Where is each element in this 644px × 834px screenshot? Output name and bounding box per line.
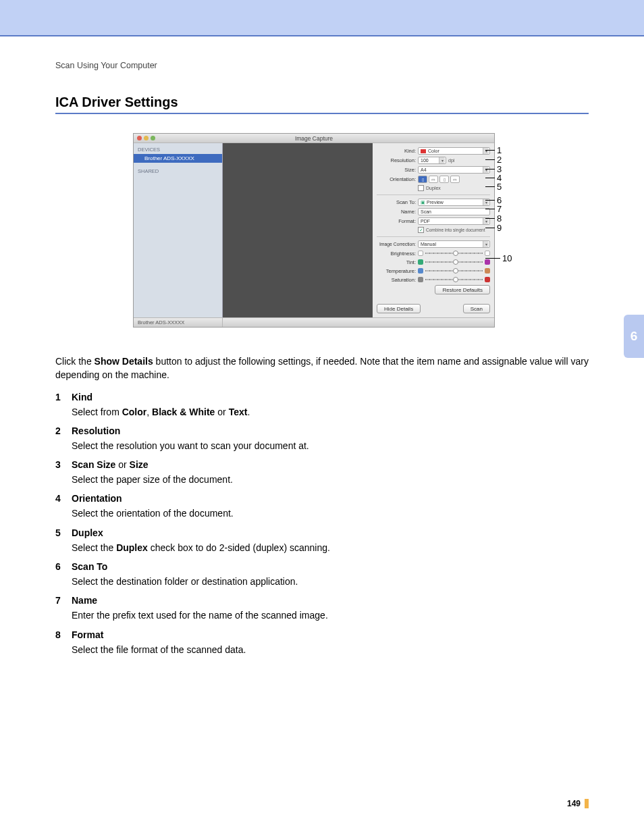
breadcrumb: Scan Using Your Computer: [55, 61, 589, 70]
saturation-label: Saturation:: [377, 277, 416, 283]
callout-10: 10: [502, 253, 512, 263]
item-number: 2: [55, 425, 65, 436]
name-label: Name:: [377, 209, 416, 215]
kind-label: Kind:: [377, 148, 416, 154]
combine-label: Combine into single document: [426, 228, 485, 232]
orientation-flip-v-button: ▯: [439, 176, 449, 183]
item-body: Select the file format of the scanned da…: [72, 643, 589, 656]
item-body: Select the orientation of the document.: [72, 506, 589, 520]
item-number: 5: [55, 527, 65, 538]
item-heading: Orientation: [72, 493, 122, 504]
duplex-checkbox: [418, 185, 424, 191]
format-select: PDF▾: [418, 217, 490, 225]
item-heading: Kind: [72, 392, 92, 402]
scan-to-label: Scan To:: [377, 199, 416, 205]
saturation-slider: [418, 276, 490, 283]
temperature-slider: [418, 267, 490, 274]
callout-1: 1: [497, 145, 502, 155]
image-correction-select: Manual▾: [418, 240, 490, 248]
page-title: ICA Driver Settings: [55, 95, 589, 110]
intro-paragraph: Click the Show Details button to adjust …: [55, 355, 589, 382]
duplex-label: Duplex: [426, 186, 441, 190]
item-body: Enter the prefix text used for the name …: [72, 608, 589, 622]
color-swatch-icon: [421, 149, 426, 153]
preview-area: [223, 143, 373, 317]
item-heading: Format: [72, 629, 103, 640]
brightness-label: Brightness:: [377, 251, 416, 257]
screenshot-figure: Image Capture DEVICES Brother ADS-XXXXX …: [133, 133, 511, 328]
orientation-label: Orientation:: [377, 176, 416, 182]
item-body: Select the destination folder or destina…: [72, 575, 589, 588]
scan-button: Scan: [463, 304, 490, 313]
title-rule: [55, 113, 589, 114]
item-number: 8: [55, 629, 65, 640]
hide-details-button: Hide Details: [377, 304, 421, 313]
item-body: Select the Duplex check box to do 2-side…: [72, 541, 589, 554]
sidebar-shared-header: SHARED: [134, 167, 222, 176]
item-body: Select from Color, Black & White or Text…: [72, 405, 589, 419]
image-correction-label: Image Correction:: [377, 242, 416, 246]
page-number: 149: [567, 799, 581, 808]
item-number: 1: [55, 392, 65, 402]
callout-5: 5: [497, 182, 502, 192]
item-number: 3: [55, 459, 65, 470]
format-label: Format:: [377, 218, 416, 224]
sidebar-devices-header: DEVICES: [134, 145, 222, 154]
tint-label: Tint:: [377, 259, 416, 265]
callout-7: 7: [497, 204, 502, 214]
resolution-label: Resolution:: [377, 157, 416, 163]
resolution-select: 100▾: [418, 157, 446, 164]
temperature-label: Temperature:: [377, 268, 416, 274]
name-input: Scan: [418, 208, 490, 215]
resolution-unit: dpi: [448, 158, 454, 163]
orientation-landscape-button: ▭: [429, 176, 438, 183]
tint-slider: [418, 259, 490, 265]
item-body: Select the resolution you want to scan y…: [72, 439, 589, 452]
item-heading: Scan To: [72, 561, 107, 572]
item-number: 7: [55, 595, 65, 606]
kind-select: Color▾: [418, 147, 490, 155]
restore-defaults-button: Restore Defaults: [435, 285, 490, 294]
callout-8: 8: [497, 213, 502, 224]
sidebar-device-item: Brother ADS-XXXXX: [134, 154, 222, 163]
callout-9: 9: [497, 223, 502, 233]
orientation-portrait-button: ▯: [418, 176, 427, 183]
item-heading: Scan Size or Size: [72, 459, 149, 470]
page-marker-icon: [585, 799, 589, 808]
size-label: Size:: [377, 167, 416, 173]
scan-to-select: ▣Preview▾: [418, 199, 490, 206]
item-heading: Duplex: [72, 527, 103, 538]
item-heading: Resolution: [72, 425, 120, 436]
orientation-flip-h-button: ▭: [450, 176, 460, 183]
page-footer: 149: [567, 799, 589, 808]
item-number: 4: [55, 493, 65, 504]
size-select: A4▾: [418, 166, 490, 174]
top-banner: [0, 0, 644, 35]
item-heading: Name: [72, 595, 97, 606]
callout-2: 2: [497, 155, 502, 165]
item-body: Select the paper size of the document.: [72, 473, 589, 486]
status-text: Brother ADS-XXXXX: [134, 318, 223, 327]
brightness-slider: [418, 250, 490, 257]
item-number: 6: [55, 561, 65, 572]
combine-checkbox: ✓: [418, 227, 424, 233]
window-title: Image Capture: [134, 135, 494, 142]
